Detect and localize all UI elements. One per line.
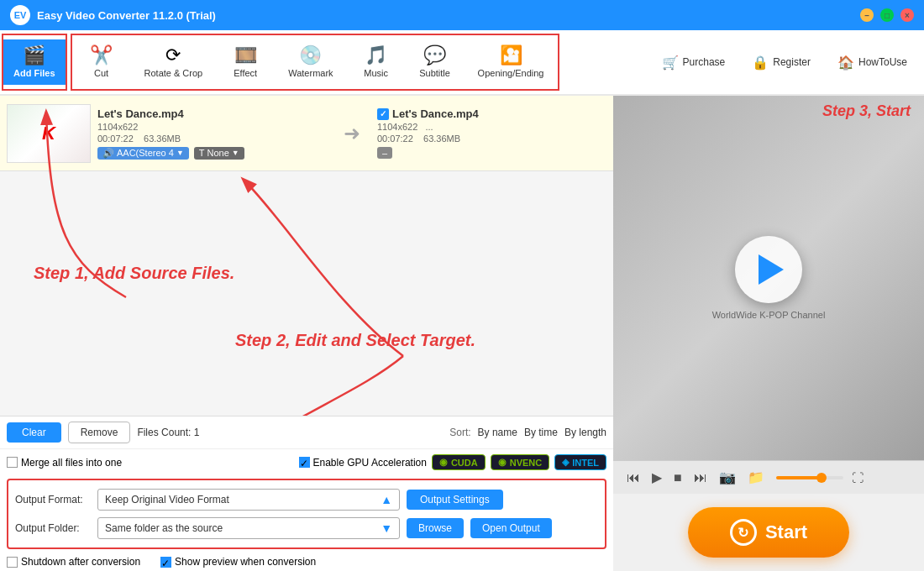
register-label: Register bbox=[773, 56, 811, 68]
shutdown-checkbox[interactable] bbox=[7, 557, 18, 568]
add-files-button[interactable]: 🎬 Add Files bbox=[3, 39, 66, 85]
lock-icon: 🔒 bbox=[752, 55, 769, 71]
step1-text: Step 1, Add Source Files. bbox=[34, 264, 234, 283]
intel-badge: ◈ INTEL bbox=[554, 454, 606, 470]
start-label: Start bbox=[765, 521, 807, 543]
bottom-controls: Clear Remove Files Count: 1 Sort: By nam… bbox=[0, 416, 613, 571]
audio-tag-arrow: ▼ bbox=[176, 149, 184, 157]
shutdown-group: Shutdown after conversion bbox=[7, 556, 140, 568]
output-folder-value: Same folder as the source bbox=[105, 522, 223, 534]
effect-label: Effect bbox=[234, 68, 257, 78]
sort-label: Sort: bbox=[449, 427, 470, 438]
step1-overlay: Step 1, Add Source Files. bbox=[34, 264, 234, 283]
video-preview: WorldWide K-POP Channel Step 3, Start bbox=[613, 96, 924, 460]
rotate-crop-icon: ⟳ bbox=[165, 46, 181, 65]
step2-text: Step 2, Edit and Select Target. bbox=[235, 331, 475, 350]
effect-button[interactable]: 🎞️ Effect bbox=[216, 39, 275, 85]
player-screenshot[interactable]: 📷 bbox=[716, 468, 739, 487]
gpu-label: Enable GPU Acceleration bbox=[313, 457, 427, 469]
music-label: Music bbox=[364, 68, 388, 78]
app-logo: EV bbox=[10, 5, 30, 25]
play-circle[interactable] bbox=[735, 236, 802, 303]
watermark-button[interactable]: 💿 Watermark bbox=[275, 39, 346, 85]
source-resolution: 1104x622 bbox=[97, 122, 327, 132]
player-folder[interactable]: 📁 bbox=[744, 468, 768, 487]
show-preview-group: ✓ Show preview when conversion bbox=[160, 556, 316, 568]
merge-label: Merge all files into one bbox=[21, 457, 122, 469]
file-list: K Let's Dance.mp4 1104x622 00:07:22 63.3… bbox=[0, 96, 613, 416]
text-tag[interactable]: T None ▼ bbox=[194, 147, 244, 160]
window-controls: – □ × bbox=[860, 8, 914, 22]
file-tags: 🔊 AAC(Stereo 4 ▼ T None ▼ bbox=[97, 147, 327, 160]
sort-group: Sort: By name By time By length bbox=[449, 427, 606, 438]
output-checkbox: ✓ bbox=[377, 108, 389, 120]
source-file-name: Let's Dance.mp4 bbox=[97, 107, 327, 120]
music-button[interactable]: 🎵 Music bbox=[347, 39, 406, 85]
sort-by-length[interactable]: By length bbox=[564, 427, 606, 438]
file-thumbnail: K bbox=[7, 104, 91, 163]
bottom-row4: Shutdown after conversion ✓ Show preview… bbox=[0, 553, 613, 571]
source-duration-size: 00:07:22 63.36MB bbox=[97, 134, 327, 144]
output-duration-size: 00:07:22 63.36MB bbox=[377, 134, 606, 144]
app-title: Easy Video Converter 11.2.0 (Trial) bbox=[37, 9, 860, 22]
subtitle-button[interactable]: 💬 Subtitle bbox=[406, 39, 465, 85]
output-format-arrow: ▲ bbox=[381, 493, 392, 506]
gpu-checkbox[interactable]: ✓ bbox=[299, 457, 310, 468]
gpu-checkbox-group: ✓ Enable GPU Acceleration bbox=[299, 457, 427, 469]
output-folder-label: Output Folder: bbox=[15, 522, 91, 534]
subtitle-label: Subtitle bbox=[419, 68, 450, 78]
cuda-icon: ◉ bbox=[439, 457, 448, 468]
audio-tag[interactable]: 🔊 AAC(Stereo 4 ▼ bbox=[97, 147, 189, 160]
text-tag-arrow: ▼ bbox=[232, 149, 239, 157]
main-area: K Let's Dance.mp4 1104x622 00:07:22 63.3… bbox=[0, 96, 924, 571]
purchase-button[interactable]: 🛒 Purchase bbox=[655, 51, 732, 74]
how-to-use-button[interactable]: 🏠 HowToUse bbox=[831, 51, 914, 74]
fullscreen-button[interactable]: ⛶ bbox=[852, 471, 864, 485]
player-controls: ⏮ ▶ ■ ⏭ 📷 📁 ⛶ bbox=[613, 460, 924, 494]
gpu-group: ✓ Enable GPU Acceleration ◉ CUDA ◉ NVENC… bbox=[299, 454, 607, 470]
sort-by-name[interactable]: By name bbox=[478, 427, 517, 438]
browse-button[interactable]: Browse bbox=[407, 518, 464, 538]
start-button[interactable]: ↻ Start bbox=[688, 507, 849, 558]
file-info: Let's Dance.mp4 1104x622 00:07:22 63.36M… bbox=[97, 107, 327, 160]
player-play[interactable]: ▶ bbox=[648, 468, 665, 487]
volume-slider[interactable] bbox=[776, 476, 843, 479]
register-button[interactable]: 🔒 Register bbox=[745, 51, 817, 74]
preview-logo: WorldWide K-POP Channel bbox=[712, 236, 826, 320]
nvenc-icon: ◉ bbox=[498, 457, 507, 468]
merge-checkbox[interactable] bbox=[7, 457, 18, 468]
output-settings-button[interactable]: Output Settings bbox=[407, 490, 503, 510]
add-files-label: Add Files bbox=[13, 68, 55, 78]
shutdown-label: Shutdown after conversion bbox=[21, 556, 140, 568]
sort-by-time[interactable]: By time bbox=[524, 427, 558, 438]
player-skip-back[interactable]: ⏮ bbox=[623, 469, 643, 487]
cut-button[interactable]: ✂️ Cut bbox=[72, 39, 131, 85]
output-dash-tag: – bbox=[377, 147, 392, 159]
arrow-center: ➜ bbox=[327, 122, 377, 145]
music-icon: 🎵 bbox=[365, 46, 387, 65]
output-folder-select[interactable]: Same folder as the source ▼ bbox=[97, 517, 400, 539]
show-preview-checkbox[interactable]: ✓ bbox=[160, 557, 171, 568]
output-tags: – bbox=[377, 147, 606, 159]
remove-button[interactable]: Remove bbox=[68, 422, 131, 443]
toolbar-right: 🛒 Purchase 🔒 Register 🏠 HowToUse bbox=[645, 30, 924, 94]
audio-icon: 🔊 bbox=[102, 148, 114, 159]
player-skip-forward[interactable]: ⏭ bbox=[690, 469, 711, 487]
rotate-crop-button[interactable]: ⟳ Rotate & Crop bbox=[131, 39, 217, 85]
how-to-use-label: HowToUse bbox=[858, 56, 907, 68]
home-icon: 🏠 bbox=[837, 55, 854, 71]
files-count: Files Count: 1 bbox=[137, 427, 199, 438]
source-size: 63.36MB bbox=[144, 134, 181, 144]
player-stop[interactable]: ■ bbox=[670, 469, 685, 487]
file-item[interactable]: K Let's Dance.mp4 1104x622 00:07:22 63.3… bbox=[0, 96, 613, 171]
minimize-button[interactable]: – bbox=[860, 8, 874, 22]
volume-thumb bbox=[816, 473, 827, 483]
maximize-button[interactable]: □ bbox=[880, 8, 894, 22]
close-button[interactable]: × bbox=[900, 8, 914, 22]
opening-ending-button[interactable]: 🎦 Opening/Ending bbox=[465, 39, 558, 85]
output-format-select[interactable]: Keep Original Video Format ▲ bbox=[97, 489, 400, 511]
bottom-row2: Merge all files into one ✓ Enable GPU Ac… bbox=[0, 449, 613, 475]
open-output-button[interactable]: Open Output bbox=[470, 518, 552, 538]
rotate-crop-label: Rotate & Crop bbox=[144, 68, 203, 78]
clear-button[interactable]: Clear bbox=[7, 422, 61, 443]
